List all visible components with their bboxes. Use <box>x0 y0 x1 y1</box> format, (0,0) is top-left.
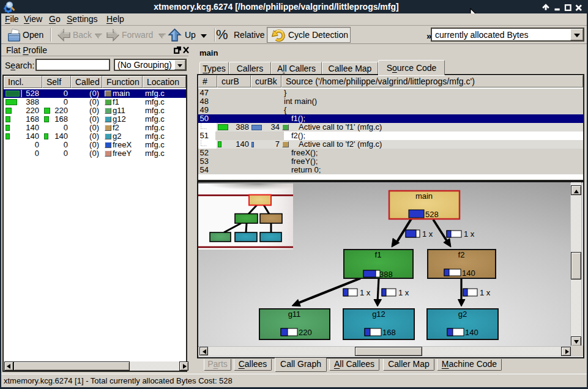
svg-text:140: 140 <box>465 328 478 337</box>
svg-text:528: 528 <box>425 210 439 219</box>
svg-text:f1: f1 <box>375 250 382 259</box>
svg-text:140: 140 <box>462 269 475 278</box>
svg-text:g12: g12 <box>372 309 385 319</box>
svg-text:f2: f2 <box>458 250 465 259</box>
svg-text:main: main <box>415 191 433 201</box>
svg-text:220: 220 <box>299 328 312 337</box>
svg-text:1 x: 1 x <box>480 288 491 297</box>
svg-text:168: 168 <box>382 328 396 337</box>
svg-text:1 x: 1 x <box>464 229 475 239</box>
svg-text:388: 388 <box>379 270 393 279</box>
svg-text:1 x: 1 x <box>398 288 409 297</box>
svg-text:1 x: 1 x <box>360 288 371 297</box>
svg-text:g11: g11 <box>288 309 301 319</box>
svg-text:1 x: 1 x <box>422 229 433 239</box>
svg-text:g2: g2 <box>458 309 467 319</box>
